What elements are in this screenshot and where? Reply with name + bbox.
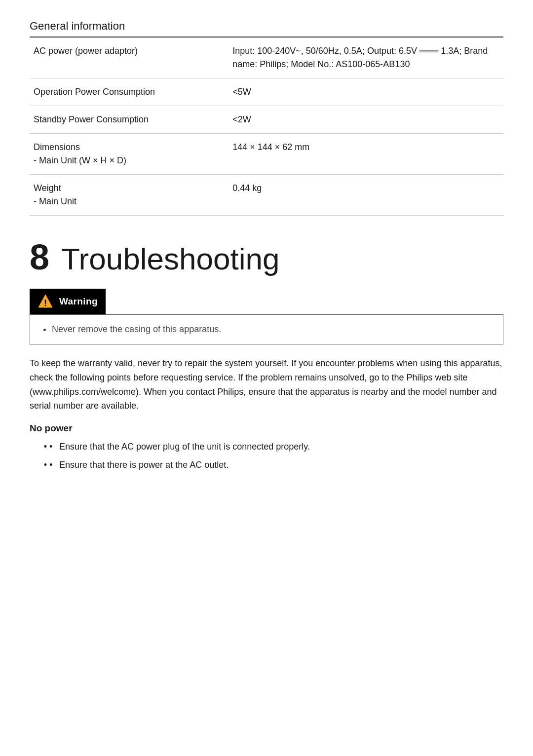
table-row: Standby Power Consumption<2W (30, 106, 503, 134)
table-cell-label: AC power (power adaptor) (30, 38, 228, 78)
table-row: Dimensions- Main Unit (W × H × D)144 × 1… (30, 134, 503, 175)
sub-section-heading: No power (30, 423, 503, 434)
table-cell-value: <2W (228, 106, 503, 134)
general-info-section: General information AC power (power adap… (30, 20, 503, 216)
sub-sections-container: No powerEnsure that the AC power plug of… (30, 423, 503, 472)
list-item: Ensure that the AC power plug of the uni… (49, 440, 503, 454)
table-row: Weight- Main Unit0.44 kg (30, 175, 503, 216)
general-info-title: General information (30, 20, 503, 38)
chapter-title: Troubleshooting (61, 244, 279, 274)
table-row: AC power (power adaptor)Input: 100-240V~… (30, 38, 503, 78)
table-cell-value: 0.44 kg (228, 175, 503, 216)
warning-icon: ! (38, 294, 53, 309)
warning-container: ! Warning Never remove the casing of thi… (30, 289, 503, 344)
chapter-number: 8 (30, 239, 49, 275)
list-item: Ensure that there is power at the AC out… (49, 458, 503, 472)
table-cell-value: <5W (228, 78, 503, 106)
troubleshooting-section: 8 Troubleshooting ! Warning Never remove… (30, 239, 503, 472)
warning-list: Never remove the casing of this apparatu… (40, 323, 493, 336)
table-cell-label: Dimensions- Main Unit (W × H × D) (30, 134, 228, 175)
warning-box: Never remove the casing of this apparatu… (30, 314, 503, 344)
warning-label: Warning (59, 296, 98, 307)
troubleshooting-body-text: To keep the warranty valid, never try to… (30, 356, 503, 413)
table-cell-value: Input: 100-240V~, 50/60Hz, 0.5A; Output:… (228, 38, 503, 78)
general-info-table: AC power (power adaptor)Input: 100-240V~… (30, 38, 503, 216)
table-cell-label: Operation Power Consumption (30, 78, 228, 106)
sub-section-list: Ensure that the AC power plug of the uni… (30, 440, 503, 472)
warning-header: ! Warning (30, 289, 106, 314)
table-cell-value: 144 × 144 × 62 mm (228, 134, 503, 175)
table-cell-label: Weight- Main Unit (30, 175, 228, 216)
warning-item: Never remove the casing of this apparatu… (52, 323, 493, 336)
table-cell-label: Standby Power Consumption (30, 106, 228, 134)
chapter-heading: 8 Troubleshooting (30, 239, 503, 275)
svg-text:!: ! (44, 298, 47, 308)
table-row: Operation Power Consumption<5W (30, 78, 503, 106)
